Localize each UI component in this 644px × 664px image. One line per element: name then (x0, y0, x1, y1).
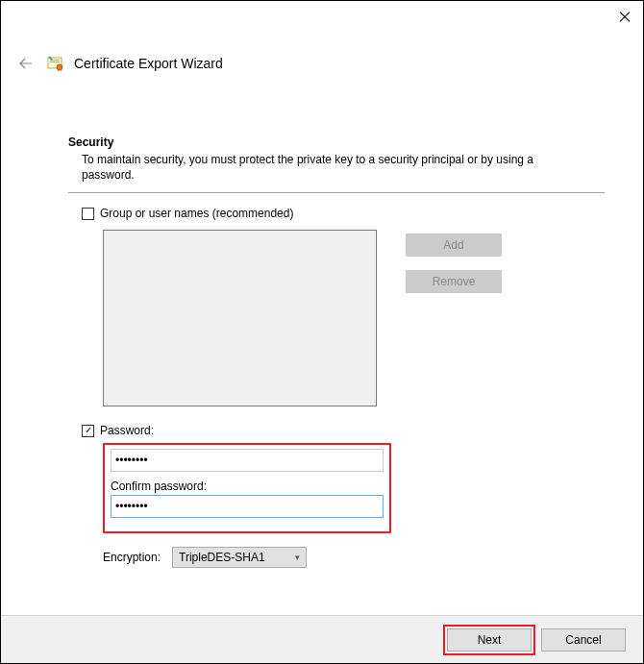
confirm-password-label: Confirm password: (111, 480, 384, 493)
cancel-button[interactable]: Cancel (541, 628, 626, 652)
password-highlighted-block: Confirm password: (103, 443, 391, 533)
divider (68, 192, 605, 193)
add-button: Add (406, 234, 502, 257)
certificate-icon (47, 55, 64, 72)
back-arrow-icon[interactable] (18, 56, 34, 71)
password-field[interactable] (111, 449, 384, 472)
section-heading: Security (68, 135, 605, 149)
remove-button: Remove (406, 270, 502, 293)
svg-rect-2 (50, 61, 60, 62)
group-checkbox-label: Group or user names (recommended) (100, 207, 293, 220)
encryption-dropdown[interactable]: TripleDES-SHA1 ▾ (172, 547, 307, 568)
group-checkbox[interactable] (82, 208, 94, 220)
password-checkbox[interactable] (82, 425, 94, 437)
password-checkbox-label: Password: (100, 424, 154, 437)
next-button[interactable]: Next (447, 628, 532, 652)
close-icon[interactable] (618, 11, 632, 24)
encryption-value: TripleDES-SHA1 (179, 551, 265, 564)
chevron-down-icon: ▾ (295, 553, 300, 562)
section-description: To maintain security, you must protect t… (82, 153, 582, 183)
wizard-title: Certificate Export Wizard (74, 56, 223, 71)
users-listbox (103, 230, 377, 406)
confirm-password-field[interactable] (111, 495, 384, 518)
svg-point-3 (57, 64, 62, 70)
encryption-label: Encryption: (103, 551, 161, 564)
